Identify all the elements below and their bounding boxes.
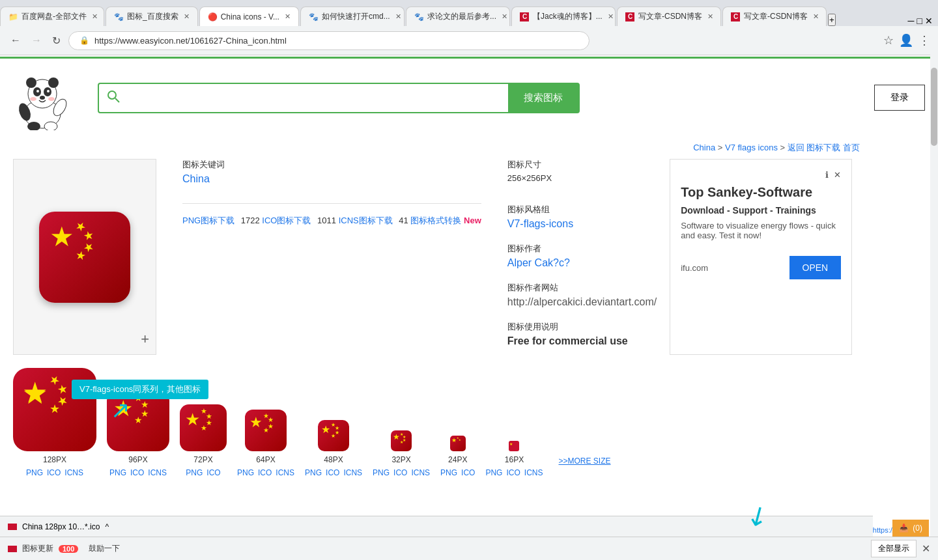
breadcrumb-sep1: > — [718, 143, 725, 152]
close-icon[interactable]: ✕ — [395, 12, 401, 21]
variant-links-128: PNG ICO ICNS — [26, 468, 83, 477]
ad-info-icon[interactable]: ℹ — [825, 170, 829, 180]
format-convert-link[interactable]: 图标格式转换 New — [410, 216, 481, 225]
download-chevron[interactable]: ^ — [105, 522, 109, 531]
tab-csdn2[interactable]: C 写文章-CSDN博客 ✕ — [722, 7, 827, 26]
tab-favicon: C — [731, 12, 740, 21]
breadcrumb-back-link[interactable]: 返回 图标下载 首页 — [788, 143, 860, 152]
address-bar-actions: ☆ 👤 ⋮ — [883, 33, 930, 48]
close-icon[interactable]: ✕ — [813, 12, 819, 21]
ico-download-link[interactable]: ICO图标下载 1011 — [262, 216, 338, 225]
tab-favicon: 🐾 — [414, 12, 423, 21]
flag-icon-24: ★ ★ ★ — [450, 436, 466, 451]
png-link-24[interactable]: PNG — [440, 468, 457, 477]
close-button[interactable]: ✕ — [925, 16, 933, 26]
png-link-64[interactable]: PNG — [237, 468, 254, 477]
v7-tooltip-container: V7-flags-icons同系列，其他图标 ↙ — [72, 380, 208, 399]
bookmark-button[interactable]: ☆ — [883, 33, 894, 48]
website-link[interactable]: http://alpercakici.deviantart.com/ — [507, 296, 657, 307]
download-bar: China 128px 10…*.ico ^ ↙ https://bbs.csd… — [0, 516, 873, 537]
size-value: 256×256PX — [507, 173, 657, 183]
show-all-button[interactable]: 全部显示 — [871, 540, 917, 557]
png-link-48[interactable]: PNG — [305, 468, 322, 477]
style-section: 图标风格组 V7-flags-icons — [507, 204, 657, 230]
tab-cmd[interactable]: 🐾 如何快速打开cmd... ✕ — [300, 7, 405, 26]
variant-label-96: 96PX — [128, 455, 147, 464]
ico-link-96[interactable]: ICO — [130, 468, 144, 477]
close-icon[interactable]: ✕ — [608, 12, 614, 21]
scrollbar-thumb[interactable] — [931, 68, 937, 146]
tab-csdn1[interactable]: C 写文章-CSDN博客 ✕ — [617, 7, 721, 26]
ico-link-32[interactable]: ICO — [393, 468, 407, 477]
forward-button[interactable]: → — [29, 32, 44, 49]
breadcrumb-v7-link[interactable]: V7 flags icons — [725, 143, 778, 152]
icns-download-link[interactable]: ICNS图标下载 41 — [339, 216, 411, 225]
tab-china-icons[interactable]: 🔴 China icons - V... ✕ — [199, 7, 299, 26]
close-icon[interactable]: ✕ — [285, 12, 291, 21]
reload-button[interactable]: ↻ — [50, 32, 63, 49]
icns-link-48[interactable]: ICNS — [343, 468, 362, 477]
search-box: 搜索图标 — [98, 83, 580, 113]
png-link-96[interactable]: PNG — [109, 468, 126, 477]
tab-baidu-search[interactable]: 🐾 图标_百度搜索 ✕ — [106, 7, 198, 26]
tab-jack-blog[interactable]: C 【Jack魂的博客】... ✕ — [511, 7, 616, 26]
menu-button[interactable]: ⋮ — [918, 33, 930, 48]
png-link-72[interactable]: PNG — [186, 468, 203, 477]
ico-link-72[interactable]: ICO — [206, 468, 220, 477]
icns-link-32[interactable]: ICNS — [411, 468, 430, 477]
flag-icon-32: ★ ★ ★ ★ ★ — [391, 430, 412, 451]
style-link[interactable]: V7-flags-icons — [507, 218, 573, 229]
png-download-link[interactable]: PNG图标下载 1722 — [182, 216, 262, 225]
scrollbar[interactable] — [930, 55, 938, 550]
ad-open-button[interactable]: OPEN — [789, 256, 842, 279]
ad-subtitle: Download - Support - Trainings — [681, 205, 841, 216]
close-icon[interactable]: ✕ — [502, 12, 507, 21]
search-input[interactable] — [128, 85, 508, 110]
icns-link-64[interactable]: ICNS — [276, 468, 294, 477]
maximize-button[interactable]: □ — [917, 16, 922, 26]
png-link-128[interactable]: PNG — [26, 468, 43, 477]
png-link-16[interactable]: PNG — [485, 468, 502, 477]
svg-point-8 — [40, 96, 45, 100]
back-button[interactable]: ← — [8, 32, 23, 49]
close-icon[interactable]: ✕ — [707, 12, 713, 21]
ad-body: Software to visualize energy flows - qui… — [681, 221, 841, 240]
close-icon[interactable]: ✕ — [92, 12, 98, 21]
minimize-button[interactable]: ─ — [908, 16, 915, 26]
ico-link-16[interactable]: ICO — [506, 468, 520, 477]
ad-panel: ℹ ✕ Top Sankey-Software Download - Suppo… — [670, 159, 852, 355]
close-icon[interactable]: ✕ — [184, 12, 190, 21]
ad-close-icon[interactable]: ✕ — [834, 170, 841, 180]
login-button[interactable]: 登录 — [874, 85, 925, 111]
account-button[interactable]: 👤 — [899, 33, 913, 48]
url-bar[interactable]: 🔒 https://www.easyicon.net/1061627-China… — [68, 31, 590, 50]
ad-header: ℹ ✕ — [681, 170, 841, 180]
icns-link-96[interactable]: ICNS — [148, 468, 167, 477]
close-notif-button[interactable]: ✕ — [922, 542, 930, 555]
keyword-link[interactable]: China — [182, 173, 210, 184]
icns-link-128[interactable]: ICNS — [64, 468, 83, 477]
author-link[interactable]: Alper Cak?c? — [507, 257, 570, 268]
variant-16: ★ 16PX PNG ICO ICNS — [485, 441, 543, 477]
more-size-link[interactable]: >>MORE SIZE — [558, 456, 610, 477]
breadcrumb-china-link[interactable]: China — [693, 143, 715, 152]
tab-paper[interactable]: 🐾 求论文的最后参考... ✕ — [406, 7, 510, 26]
size-author-block: 图标尺寸 256×256PX 图标风格组 V7-flags-icons 图标作者… — [507, 159, 657, 355]
icns-link-16[interactable]: ICNS — [524, 468, 543, 477]
search-button[interactable]: 搜索图标 — [508, 84, 578, 112]
add-button[interactable]: + — [141, 331, 149, 348]
ico-link-48[interactable]: ICO — [326, 468, 339, 477]
ico-link-128[interactable]: ICO — [47, 468, 61, 477]
new-tab-button[interactable]: + — [828, 14, 836, 26]
bottom-widget[interactable]: 📥 (0) — [892, 520, 929, 537]
flag-icon-72: ★ ★ ★ ★ ★ — [180, 404, 227, 451]
tab-baidu-pan[interactable]: 📁 百度网盘-全部文件 ✕ — [0, 7, 104, 26]
ico-link-24[interactable]: ICO — [461, 468, 475, 477]
flag-icon-64: ★ ★ ★ ★ ★ — [245, 410, 287, 451]
png-link-32[interactable]: PNG — [373, 468, 390, 477]
breadcrumb-sep2: > — [780, 143, 788, 152]
size-label: 图标尺寸 — [507, 159, 657, 171]
svg-point-6 — [36, 90, 39, 92]
ico-link-64[interactable]: ICO — [258, 468, 272, 477]
tab-label: 写文章-CSDN博客 — [744, 11, 808, 22]
